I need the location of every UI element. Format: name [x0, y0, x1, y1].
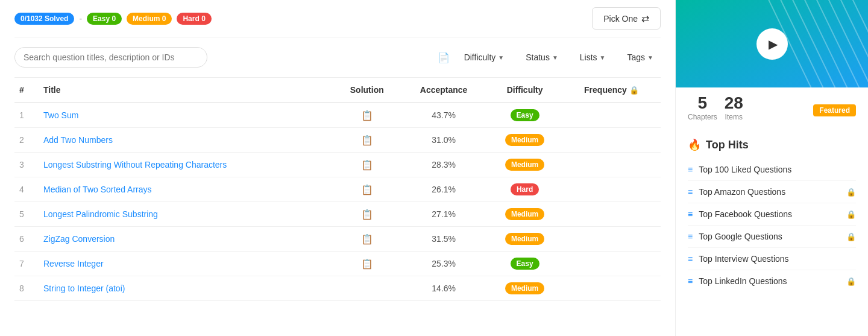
row-frequency	[562, 153, 661, 177]
stats-bar: 0/1032 Solved - Easy 0 Medium 0 Hard 0 P…	[14, 0, 661, 37]
col-header-num: #	[14, 78, 39, 103]
featured-badge: Featured	[813, 104, 856, 116]
row-frequency	[562, 227, 661, 252]
row-acceptance: 26.1%	[400, 177, 488, 202]
row-num: 8	[14, 276, 39, 301]
difficulty-badge: Hard	[511, 183, 539, 195]
row-acceptance: 27.1%	[400, 202, 488, 227]
row-difficulty: Easy	[487, 252, 562, 276]
row-title[interactable]: String to Integer (atoi)	[39, 276, 334, 301]
row-frequency	[562, 252, 661, 276]
table-row: 3 Longest Substring Without Repeating Ch…	[14, 153, 661, 177]
problem-link[interactable]: Median of Two Sorted Arrays	[43, 185, 152, 194]
row-frequency	[562, 103, 661, 128]
hits-item-label: Top Amazon Questions	[699, 187, 840, 197]
hits-list-item[interactable]: ≡ Top 100 Liked Questions	[688, 159, 856, 181]
row-title[interactable]: Two Sum	[39, 103, 334, 128]
difficulty-caret-icon: ▼	[498, 54, 504, 61]
problem-link[interactable]: String to Integer (atoi)	[43, 284, 125, 293]
pick-one-label: Pick One	[603, 14, 638, 24]
featured-card: ▶	[676, 0, 868, 87]
list-icon: ≡	[688, 165, 693, 174]
row-acceptance: 25.3%	[400, 252, 488, 276]
problem-link[interactable]: Reverse Integer	[43, 259, 104, 268]
solution-icon: 📋	[361, 234, 373, 244]
frequency-label: Frequency	[584, 85, 627, 95]
row-difficulty: Medium	[487, 276, 562, 301]
chapters-stat: 5 Chapters	[688, 95, 717, 121]
pick-one-button[interactable]: Pick One ⇄	[592, 7, 661, 30]
row-title[interactable]: ZigZag Conversion	[39, 227, 334, 252]
sidebar: ▶ 5 Chapters 28 Items Featured 🔥 Top Hit…	[675, 0, 868, 336]
tags-caret-icon: ▼	[647, 54, 653, 61]
lock-icon: 🔒	[846, 232, 856, 241]
row-acceptance: 28.3%	[400, 153, 488, 177]
table-row: 8 String to Integer (atoi) 14.6% Medium	[14, 276, 661, 301]
difficulty-filter-button[interactable]: Difficulty ▼	[457, 49, 512, 66]
solution-icon: 📋	[361, 160, 373, 170]
row-frequency	[562, 276, 661, 301]
col-header-frequency: Frequency 🔒	[562, 78, 661, 103]
difficulty-badge: Medium	[505, 159, 544, 171]
dash-separator: -	[79, 14, 82, 24]
search-input[interactable]	[14, 47, 207, 68]
row-difficulty: Hard	[487, 177, 562, 202]
solution-icon: 📋	[361, 259, 373, 269]
difficulty-badge: Medium	[505, 233, 544, 245]
hits-item-label: Top Facebook Questions	[699, 209, 840, 219]
lock-icon: 🔒	[846, 188, 856, 197]
table-row: 4 Median of Two Sorted Arrays 📋 26.1% Ha…	[14, 177, 661, 202]
solution-icon: 📋	[361, 135, 373, 145]
problem-link[interactable]: Longest Substring Without Repeating Char…	[43, 160, 227, 170]
row-title[interactable]: Reverse Integer	[39, 252, 334, 276]
hits-list-item[interactable]: ≡ Top Google Questions 🔒	[688, 226, 856, 248]
frequency-lock-icon: 🔒	[629, 86, 639, 95]
row-title[interactable]: Longest Substring Without Repeating Char…	[39, 153, 334, 177]
lock-icon: 🔒	[846, 210, 856, 219]
hard-badge: Hard 0	[177, 13, 211, 25]
hits-list-item[interactable]: ≡ Top Interview Questions	[688, 248, 856, 270]
hits-list-item[interactable]: ≡ Top Facebook Questions 🔒	[688, 203, 856, 226]
shuffle-icon: ⇄	[641, 13, 649, 24]
play-button[interactable]: ▶	[756, 28, 788, 60]
row-acceptance: 31.5%	[400, 227, 488, 252]
row-num: 6	[14, 227, 39, 252]
table-row: 7 Reverse Integer 📋 25.3% Easy	[14, 252, 661, 276]
hits-list-item[interactable]: ≡ Top Amazon Questions 🔒	[688, 181, 856, 203]
row-num: 2	[14, 128, 39, 153]
solved-badge: 0/1032 Solved	[14, 13, 74, 25]
lists-filter-button[interactable]: Lists ▼	[573, 49, 613, 66]
row-title[interactable]: Median of Two Sorted Arrays	[39, 177, 334, 202]
problem-link[interactable]: ZigZag Conversion	[43, 234, 115, 244]
problem-link[interactable]: Add Two Numbers	[43, 135, 113, 145]
row-acceptance: 43.7%	[400, 103, 488, 128]
row-difficulty: Medium	[487, 153, 562, 177]
row-title[interactable]: Longest Palindromic Substring	[39, 202, 334, 227]
col-header-solution: Solution	[334, 78, 400, 103]
status-filter-button[interactable]: Status ▼	[518, 49, 565, 66]
difficulty-badge: Medium	[505, 208, 544, 220]
featured-stats-row: 5 Chapters 28 Items Featured	[676, 87, 868, 128]
play-icon: ▶	[769, 37, 778, 51]
tags-filter-button[interactable]: Tags ▼	[620, 49, 661, 66]
table-row: 2 Add Two Numbers 📋 31.0% Medium	[14, 128, 661, 153]
row-solution: 📋	[334, 153, 400, 177]
chapters-label: Chapters	[688, 113, 717, 121]
row-title[interactable]: Add Two Numbers	[39, 128, 334, 153]
list-icon: ≡	[688, 276, 693, 286]
items-stat: 28 Items	[725, 95, 743, 121]
lists-filter-label: Lists	[580, 52, 597, 62]
row-difficulty: Easy	[487, 103, 562, 128]
solution-icon: 📋	[361, 185, 373, 195]
problem-link[interactable]: Two Sum	[43, 110, 78, 120]
hits-list-item[interactable]: ≡ Top LinkedIn Questions 🔒	[688, 270, 856, 292]
row-frequency	[562, 128, 661, 153]
items-count: 28	[725, 95, 743, 112]
tags-filter-label: Tags	[627, 52, 646, 62]
problem-link[interactable]: Longest Palindromic Substring	[43, 209, 158, 219]
row-num: 3	[14, 153, 39, 177]
table-row: 5 Longest Palindromic Substring 📋 27.1% …	[14, 202, 661, 227]
row-solution: 📋	[334, 202, 400, 227]
row-solution: 📋	[334, 128, 400, 153]
solution-icon: 📋	[361, 209, 373, 220]
